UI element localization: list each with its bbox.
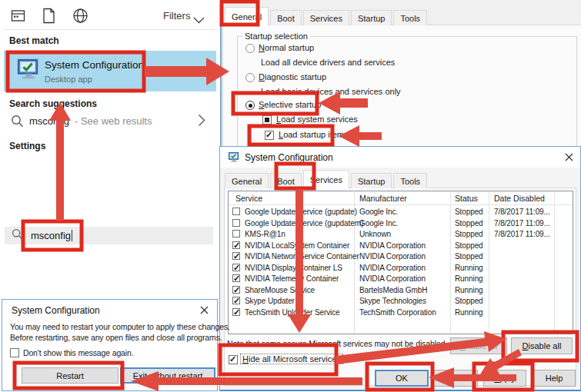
service-status: Stopped [455,208,483,216]
service-row[interactable]: NVIDIA LocalSystem Container NVIDIA Corp… [229,241,573,252]
column-status[interactable]: Status [455,194,478,203]
exit-without-restart-button[interactable]: Exit without restart [120,367,215,384]
service-row[interactable]: ShareMouse Service BartelsMedia GmbH Run… [229,285,573,297]
restart-prompt-dialog: System Configuration You may need to res… [2,299,218,391]
service-checkbox[interactable] [232,252,240,260]
tab-general[interactable]: General [225,7,269,25]
service-date-disabled: 7/8/2017 11:09... [494,208,550,216]
hide-all-microsoft-services-label[interactable]: Hide all Microsoft services [241,354,342,364]
help-button[interactable]: Help [533,370,576,387]
cancel-button[interactable]: Cancel [432,370,478,387]
restart-dialog-title: System Configuration [12,305,100,316]
service-name: NVIDIA Telemetry Container [245,274,339,283]
service-name: TechSmith Uploader Service [245,308,340,317]
service-row[interactable]: NVIDIA Telemetry Container NVIDIA Corpor… [229,274,573,285]
tab-tools[interactable]: Tools [393,173,427,188]
service-row[interactable]: NVIDIA NetworkService Container NVIDIA C… [229,251,573,263]
ok-button[interactable]: OK [375,370,429,387]
services-note: Note that some secure Microsoft services… [227,339,447,348]
service-checkbox[interactable] [232,274,240,282]
suggestion-term: msconfig [29,115,69,127]
dont-show-again-checkbox[interactable] [10,348,19,357]
service-row[interactable]: Google Update Service (gupdate) Google I… [229,207,573,218]
normal-startup-radio[interactable] [245,44,255,53]
service-manufacturer: NVIDIA Corporation [359,252,426,261]
best-match-title: System Configuration [45,59,144,71]
service-checkbox[interactable] [232,308,240,316]
service-checkbox[interactable] [232,208,240,215]
service-checkbox[interactable] [232,230,240,238]
document-icon[interactable] [42,8,55,24]
diagnostic-startup-desc: Load basic devices and services only [261,87,401,96]
search-input[interactable]: msconfig [5,227,213,244]
service-checkbox[interactable] [232,286,240,294]
globe-icon[interactable] [72,8,88,24]
disable-all-button[interactable]: Disable all [511,337,573,354]
column-date-disabled[interactable]: Date Disabled [494,194,545,203]
service-row[interactable]: Google Update Service (gupdatem) Google … [229,218,573,230]
service-name: ShareMouse Service [245,286,315,294]
services-list[interactable]: Service Manufacturer Status Date Disable… [228,191,573,334]
service-checkbox[interactable] [232,297,240,304]
column-service[interactable]: Service [235,194,262,203]
enable-all-button[interactable]: Enable all [450,337,507,354]
service-manufacturer: NVIDIA Corporation [359,241,426,250]
column-manufacturer[interactable]: Manufacturer [359,194,407,203]
tab-services[interactable]: Services [303,170,349,188]
service-row[interactable]: Skype Updater Skype Technologies Stopped [229,296,573,307]
service-row[interactable]: KMS-R@1n Unknown Stopped 7/8/2017 11:09.… [229,229,573,241]
load-system-services-label: Load system services [276,115,358,124]
load-system-services-checkbox[interactable] [262,115,272,125]
service-name: KMS-R@1n [245,230,285,238]
tab-boot[interactable]: Boot [270,173,302,188]
restart-button[interactable]: Restart [22,367,119,384]
filters-button[interactable]: Filters [163,10,190,22]
service-name: Google Update Service (gupdate) [245,208,357,216]
service-manufacturer: Skype Technologies [359,297,426,305]
service-checkbox[interactable] [232,241,240,249]
apps-icon[interactable] [11,8,25,23]
service-status: Running [455,264,483,272]
search-icon [11,115,24,131]
start-search-panel: Filters Best match System Configuration … [0,0,218,294]
best-match-header: Best match [9,35,59,46]
service-status: Running [455,286,483,294]
restart-message-line2: Before restarting, save any open files a… [10,333,222,342]
service-name: Google Update Service (gupdatem) [245,219,363,228]
diagnostic-startup-radio[interactable] [245,73,255,82]
tab-startup[interactable]: Startup [351,10,392,25]
diagnostic-startup-label: Diagnostic startup [259,72,326,81]
service-checkbox[interactable] [232,264,240,271]
tab-tools[interactable]: Tools [393,10,427,25]
service-manufacturer: Unknown [359,230,391,238]
services-dialog-titlebar: System Configuration [220,147,580,168]
hide-all-microsoft-services-checkbox[interactable] [229,355,238,364]
service-status: Stopped [455,252,483,261]
service-checkbox[interactable] [232,219,240,227]
tab-general[interactable]: General [225,173,269,188]
service-manufacturer: Google Inc. [359,219,398,228]
tab-boot[interactable]: Boot [270,10,302,25]
chevron-down-icon[interactable] [193,13,205,27]
load-startup-items-checkbox[interactable] [265,131,274,140]
close-icon[interactable] [195,302,213,317]
selective-startup-label: Selective startup [259,100,321,109]
tab-services[interactable]: Services [303,10,349,25]
normal-startup-label: Normal startup [259,43,314,52]
service-row[interactable]: NVIDIA Display Container LS NVIDIA Corpo… [229,263,573,274]
service-manufacturer: BartelsMedia GmbH [359,286,427,294]
suggestion-row[interactable]: msconfig - See web results [4,111,216,132]
service-name: NVIDIA Display Container LS [245,264,342,272]
apply-button[interactable]: Apply [483,370,526,387]
tab-startup[interactable]: Startup [351,173,392,188]
msconfig-general-dialog: General Boot Services Startup Tools Star… [220,0,581,147]
service-status: Running [455,274,483,283]
close-icon[interactable] [559,148,579,166]
filters-label: Filters [163,10,190,22]
selective-startup-radio[interactable] [245,101,255,110]
service-row[interactable]: TechSmith Uploader Service TechSmith Cor… [229,307,573,319]
service-name: NVIDIA NetworkService Container [245,252,359,261]
best-match-result[interactable]: System Configuration Desktop app [4,51,216,91]
dont-show-again-label: Don't show this message again. [23,348,133,357]
startup-selection-label: Startup selection [242,32,310,41]
